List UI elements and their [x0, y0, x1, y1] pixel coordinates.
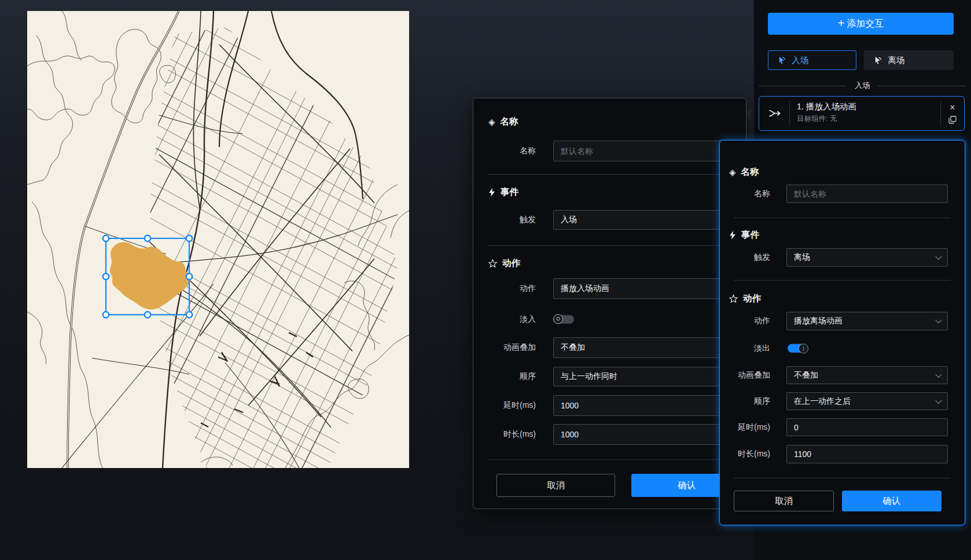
name-row: 名称: [473, 141, 747, 161]
delay-label: 延时(ms): [473, 400, 536, 411]
divider: [487, 245, 732, 246]
order-row: 顺序 在上一动作之后: [720, 392, 966, 410]
confirm-button[interactable]: 确认: [842, 491, 941, 511]
cancel-button[interactable]: 取消: [734, 491, 834, 511]
duration-label: 时长(ms): [473, 429, 536, 440]
branch-icon: [759, 97, 789, 130]
star-icon: [488, 259, 497, 268]
selection-handle: [103, 312, 109, 318]
fade-label: 淡入: [473, 314, 536, 325]
diamond-icon: ◈: [729, 167, 736, 178]
lightning-icon: [488, 188, 495, 197]
delay-row: 延时(ms): [720, 418, 966, 436]
enter-interaction-dialog: ◈ 名称 名称 事件 触发 入场 动作: [473, 98, 746, 509]
action-section-header: 动作: [488, 257, 520, 270]
stack-select[interactable]: 不叠加: [786, 366, 948, 384]
stack-row: 动画叠加 不叠加: [720, 366, 966, 384]
diamond-icon: ◈: [488, 117, 495, 127]
divider: [487, 174, 732, 175]
order-select[interactable]: 与上一动作同时: [553, 367, 735, 386]
delay-row: 延时(ms): [473, 395, 747, 416]
order-label: 顺序: [473, 371, 536, 382]
action-label: 动作: [473, 283, 536, 294]
card-text: 1. 播放入场动画 目标组件: 无: [790, 97, 940, 130]
close-icon[interactable]: ×: [950, 103, 955, 112]
chevron-down-icon: [935, 397, 941, 403]
plus-icon: +: [838, 17, 845, 29]
name-row: 名称: [720, 185, 966, 203]
cancel-button[interactable]: 取消: [496, 474, 615, 497]
chevron-down-icon: [935, 253, 941, 260]
stack-row: 动画叠加 不叠加: [473, 337, 747, 358]
cursor-leave-icon: [874, 56, 882, 65]
delay-input[interactable]: [553, 395, 735, 416]
fade-row: 淡入 O: [473, 310, 747, 329]
trigger-select[interactable]: 离场: [786, 248, 948, 267]
duration-row: 时长(ms): [473, 424, 747, 445]
selection-handle: [103, 235, 109, 241]
fade-toggle[interactable]: |: [788, 344, 807, 353]
fade-label: 淡出: [720, 343, 770, 353]
action-label: 动作: [720, 316, 770, 326]
action-select[interactable]: 播放入场动画: [553, 278, 735, 299]
selection-handle: [103, 274, 109, 279]
stack-label: 动画叠加: [720, 370, 770, 381]
name-input[interactable]: [553, 141, 735, 161]
trigger-label: 触发: [720, 252, 770, 263]
name-label: 名称: [473, 146, 536, 156]
trigger-select[interactable]: 入场: [553, 210, 735, 230]
trigger-row: 触发 入场: [473, 210, 747, 230]
group-divider-label: 入场: [855, 80, 870, 91]
name-section-header: ◈ 名称: [488, 116, 518, 128]
cursor-enter-icon: [778, 56, 786, 65]
card-title: 1. 播放入场动画: [797, 101, 940, 112]
trigger-row: 触发 离场: [720, 248, 966, 267]
city-map-svg: [27, 11, 409, 468]
card-target: 目标组件: 无: [797, 114, 940, 124]
app-window: + 添加交互 入场 离场 入场: [0, 0, 971, 560]
tab-leave-label: 离场: [888, 55, 904, 66]
copy-icon[interactable]: [948, 116, 957, 124]
action-row: 动作 播放入场动画: [473, 278, 747, 299]
chevron-down-icon: [935, 317, 941, 323]
lightning-icon: [729, 231, 736, 240]
leave-interaction-dialog: ◈ 名称 名称 事件 触发 离场 动作: [719, 140, 965, 525]
name-input[interactable]: [786, 185, 948, 203]
divider: [734, 478, 951, 478]
add-interaction-label: 添加交互: [847, 18, 884, 30]
tab-leave[interactable]: 离场: [864, 50, 954, 70]
duration-label: 时长(ms): [720, 449, 770, 459]
order-row: 顺序 与上一动作同时: [473, 367, 747, 386]
selection-handle: [186, 312, 192, 318]
duration-input[interactable]: [553, 424, 735, 445]
event-section-header: 事件: [488, 186, 518, 198]
trigger-label: 触发: [473, 215, 536, 225]
selection-handle: [145, 235, 150, 241]
fade-toggle[interactable]: O: [554, 315, 574, 323]
name-section-header: ◈ 名称: [729, 166, 759, 178]
stack-label: 动画叠加: [473, 342, 536, 353]
stack-select[interactable]: 不叠加: [553, 337, 735, 358]
action-row: 动作 播放离场动画: [720, 312, 966, 330]
name-label: 名称: [720, 189, 770, 199]
duration-row: 时长(ms): [720, 445, 966, 463]
action-select[interactable]: 播放离场动画: [786, 312, 948, 330]
tab-enter[interactable]: 入场: [768, 50, 856, 70]
action-section-header: 动作: [729, 293, 761, 305]
selection-handle: [186, 235, 192, 241]
add-interaction-button[interactable]: + 添加交互: [768, 13, 954, 35]
tab-enter-label: 入场: [792, 55, 808, 66]
order-select[interactable]: 在上一动作之后: [786, 392, 948, 410]
city-map[interactable]: [27, 11, 409, 468]
interaction-card[interactable]: 1. 播放入场动画 目标组件: 无 ×: [759, 96, 965, 131]
chevron-down-icon: [935, 371, 941, 377]
star-icon: [729, 294, 738, 303]
divider: [487, 459, 732, 460]
delay-input[interactable]: [786, 418, 948, 436]
order-label: 顺序: [720, 396, 770, 407]
divider: [734, 280, 951, 281]
duration-input[interactable]: [786, 445, 948, 463]
selection-handle: [186, 274, 192, 279]
event-section-header: 事件: [729, 229, 759, 241]
fade-row: 淡出 |: [720, 340, 966, 357]
